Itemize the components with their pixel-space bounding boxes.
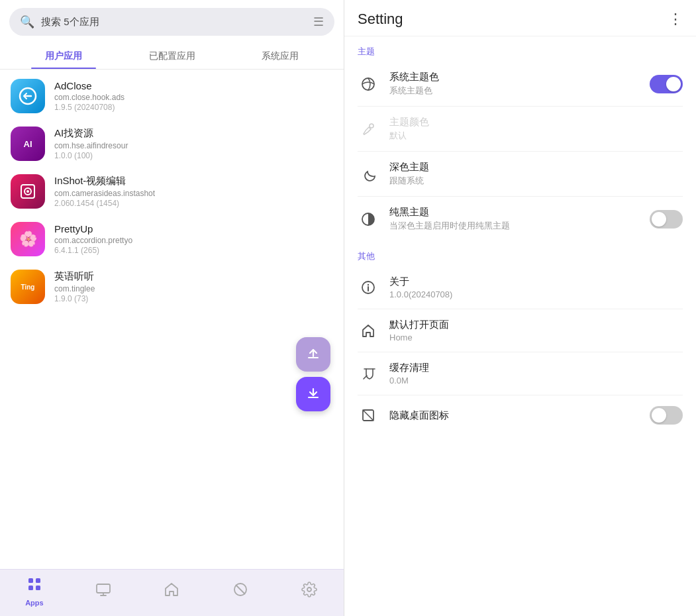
app-version-tinglee: 1.9.0 (73) bbox=[54, 294, 333, 303]
tab-system-apps[interactable]: 系统应用 bbox=[226, 44, 334, 69]
app-item-prettyup[interactable]: 🌸 PrettyUp com.accordion.prettyo 6.4.1.1… bbox=[0, 215, 344, 263]
app-name-adclose: AdClose bbox=[54, 80, 333, 91]
setting-header: Setting ⋮ bbox=[344, 0, 696, 36]
tab-bar: 用户应用 已配置应用 系统应用 bbox=[0, 44, 344, 70]
left-panel: 🔍 搜索 5个应用 ☰ 用户应用 已配置应用 系统应用 AdClose com.… bbox=[0, 0, 344, 616]
pure-black-text: 纯黑主题 当深色主题启用时使用纯黑主题 bbox=[389, 206, 639, 232]
section-label-theme: 主题 bbox=[344, 36, 696, 62]
nav-item-block[interactable] bbox=[221, 582, 260, 601]
svg-point-3 bbox=[26, 190, 29, 193]
app-list: AdClose com.close.hook.ads 1.9.5 (202407… bbox=[0, 70, 344, 569]
apps-grid-icon bbox=[26, 576, 42, 596]
about-text: 关于 1.0.0(20240708) bbox=[389, 276, 683, 299]
app-package-ai: com.hse.aifindresour bbox=[54, 141, 333, 150]
svg-rect-6 bbox=[28, 586, 33, 590]
download-icon bbox=[306, 385, 321, 403]
pure-black-toggle[interactable] bbox=[650, 210, 683, 229]
moon-icon bbox=[358, 164, 379, 185]
broom-icon bbox=[358, 363, 379, 384]
contrast-icon bbox=[358, 209, 379, 230]
nav-item-home[interactable] bbox=[152, 582, 191, 601]
app-info-ai: AI找资源 com.hse.aifindresour 1.0.0 (100) bbox=[54, 127, 333, 160]
hide-icon bbox=[358, 405, 379, 426]
search-placeholder[interactable]: 搜索 5个应用 bbox=[41, 16, 307, 28]
setting-item-pure-black[interactable]: 纯黑主题 当深色主题启用时使用纯黑主题 bbox=[344, 197, 696, 241]
nav-item-apps[interactable]: Apps bbox=[15, 576, 54, 607]
dark-theme-text: 深色主题 跟随系统 bbox=[389, 161, 683, 187]
app-item-ai[interactable]: AI AI找资源 com.hse.aifindresour 1.0.0 (100… bbox=[0, 120, 344, 168]
setting-item-theme-color[interactable]: 主题颜色 默认 bbox=[344, 107, 696, 151]
pure-black-sub: 当深色主题启用时使用纯黑主题 bbox=[389, 220, 639, 232]
system-theme-color-toggle[interactable] bbox=[650, 75, 683, 93]
system-theme-color-name: 系统主题色 bbox=[389, 71, 639, 83]
svg-point-15 bbox=[368, 284, 369, 285]
more-options-icon[interactable]: ⋮ bbox=[668, 11, 683, 28]
info-icon bbox=[358, 277, 379, 298]
bottom-navigation: Apps bbox=[0, 569, 344, 616]
settings-icon bbox=[301, 582, 317, 601]
fab-download-button[interactable] bbox=[296, 377, 330, 411]
section-label-other: 其他 bbox=[344, 241, 696, 266]
app-package-tinglee: com.tinglee bbox=[54, 284, 333, 293]
app-info-tinglee: 英语听听 com.tinglee 1.9.0 (73) bbox=[54, 270, 333, 303]
app-item-adclose[interactable]: AdClose com.close.hook.ads 1.9.5 (202407… bbox=[0, 72, 344, 120]
right-panel: Setting ⋮ 主题 系统主题色 系统主题色 bbox=[344, 0, 696, 616]
filter-icon[interactable]: ☰ bbox=[313, 15, 324, 29]
default-page-text: 默认打开页面 Home bbox=[389, 319, 683, 342]
tab-user-apps[interactable]: 用户应用 bbox=[9, 44, 118, 69]
setting-item-cache-clear[interactable]: 缓存清理 0.0M bbox=[344, 352, 696, 395]
search-icon: 🔍 bbox=[20, 15, 34, 29]
default-page-sub: Home bbox=[389, 333, 683, 342]
home-icon bbox=[164, 582, 179, 601]
svg-rect-4 bbox=[28, 578, 33, 583]
monitor-icon bbox=[95, 582, 111, 601]
setting-item-about[interactable]: 关于 1.0.0(20240708) bbox=[344, 266, 696, 309]
setting-item-hide-icon[interactable]: 隐藏桌面图标 bbox=[344, 395, 696, 435]
app-version-adclose: 1.9.5 (20240708) bbox=[54, 103, 333, 112]
system-theme-color-text: 系统主题色 系统主题色 bbox=[389, 71, 639, 97]
nav-label-apps: Apps bbox=[25, 599, 44, 607]
dark-theme-sub: 跟随系统 bbox=[389, 175, 683, 187]
setting-item-default-page[interactable]: 默认打开页面 Home bbox=[344, 309, 696, 352]
search-bar[interactable]: 🔍 搜索 5个应用 ☰ bbox=[9, 8, 334, 36]
app-name-prettyup: PrettyUp bbox=[54, 223, 333, 234]
default-page-name: 默认打开页面 bbox=[389, 319, 683, 331]
svg-rect-5 bbox=[36, 578, 40, 583]
app-version-inshot: 2.060.1454 (1454) bbox=[54, 199, 333, 208]
setting-item-dark-theme[interactable]: 深色主题 跟随系统 bbox=[344, 152, 696, 196]
hide-icon-text: 隐藏桌面图标 bbox=[389, 409, 639, 422]
theme-color-name: 主题颜色 bbox=[389, 116, 683, 128]
app-version-ai: 1.0.0 (100) bbox=[54, 151, 333, 160]
house-icon bbox=[358, 320, 379, 341]
brush-icon bbox=[358, 119, 379, 140]
nav-item-monitor[interactable] bbox=[83, 582, 123, 601]
cache-clear-text: 缓存清理 0.0M bbox=[389, 362, 683, 385]
app-name-ai: AI找资源 bbox=[54, 127, 333, 140]
about-sub: 1.0.0(20240708) bbox=[389, 289, 683, 299]
system-theme-color-sub: 系统主题色 bbox=[389, 85, 639, 97]
svg-point-10 bbox=[307, 588, 311, 591]
app-item-inshot[interactable]: InShot-视频编辑 com.camerasideas.instashot 2… bbox=[0, 168, 344, 215]
app-icon-adclose bbox=[11, 79, 45, 113]
app-info-adclose: AdClose com.close.hook.ads 1.9.5 (202407… bbox=[54, 80, 333, 112]
app-name-inshot: InShot-视频编辑 bbox=[54, 175, 333, 187]
app-name-tinglee: 英语听听 bbox=[54, 270, 333, 283]
app-icon-inshot bbox=[11, 174, 45, 209]
app-item-tinglee[interactable]: Ting 英语听听 com.tinglee 1.9.0 (73) bbox=[0, 263, 344, 311]
app-info-prettyup: PrettyUp com.accordion.prettyo 6.4.1.1 (… bbox=[54, 223, 333, 255]
upload-icon bbox=[306, 346, 321, 364]
block-icon bbox=[232, 582, 248, 601]
setting-item-system-theme-color[interactable]: 系统主题色 系统主题色 bbox=[344, 62, 696, 106]
pure-black-name: 纯黑主题 bbox=[389, 206, 639, 219]
tab-configured-apps[interactable]: 已配置应用 bbox=[118, 44, 226, 69]
cache-clear-name: 缓存清理 bbox=[389, 362, 683, 374]
palette-icon bbox=[358, 74, 379, 95]
fab-upload-button[interactable] bbox=[296, 337, 330, 372]
hide-icon-toggle[interactable] bbox=[650, 406, 683, 425]
about-name: 关于 bbox=[389, 276, 683, 288]
nav-item-settings[interactable] bbox=[289, 582, 329, 601]
svg-rect-8 bbox=[97, 584, 110, 593]
theme-color-text: 主题颜色 默认 bbox=[389, 116, 683, 142]
app-package-prettyup: com.accordion.prettyo bbox=[54, 236, 333, 245]
svg-rect-7 bbox=[36, 586, 40, 590]
